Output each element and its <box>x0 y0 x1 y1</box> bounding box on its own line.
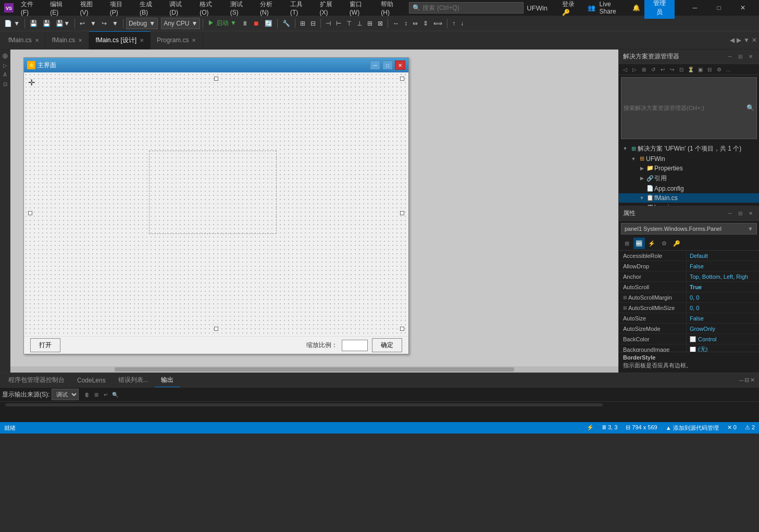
se-back-icon[interactable]: ◁ <box>621 65 629 73</box>
object-dropdown-icon[interactable]: ▼ <box>748 226 753 232</box>
undo-dropdown[interactable]: ▼ <box>88 19 98 28</box>
output-toggle-icon[interactable]: ⊞ <box>92 390 101 399</box>
save-all-button[interactable]: 💾 <box>28 19 40 28</box>
se-forward-icon[interactable]: ▷ <box>630 65 639 73</box>
props-more-btn[interactable]: 🔑 <box>671 238 682 249</box>
tab-close-2[interactable]: ✕ <box>78 38 82 43</box>
tab-scroll-left[interactable]: ◀ <box>730 36 735 44</box>
redo-dropdown[interactable]: ▼ <box>110 19 120 28</box>
prop-autosize-mode[interactable]: AutoSizeMode GrowOnly <box>619 324 759 334</box>
extra-toolbar-btn[interactable]: 🔧 <box>280 19 292 28</box>
se-search-input[interactable] <box>624 105 746 111</box>
toggle-fmain[interactable]: ▼ <box>638 195 646 201</box>
align-right[interactable]: ⊤ <box>344 19 354 28</box>
new-file-button[interactable]: 📄 ▼ <box>2 19 22 28</box>
redo-button[interactable]: ↪ <box>99 19 109 28</box>
stop-button[interactable]: ⏹ <box>251 19 262 28</box>
spacing-h[interactable]: ⇕ <box>421 19 430 28</box>
tab-dropdown[interactable]: ▼ <box>743 36 750 44</box>
tree-fmain[interactable]: ▼ 📋 fMain.cs <box>619 193 759 203</box>
h-scroll-thumb[interactable] <box>115 367 514 372</box>
output-scrollbar[interactable] <box>0 402 759 408</box>
output-scroll-thumb[interactable] <box>5 403 603 406</box>
align-center[interactable]: ⊢ <box>334 19 343 28</box>
prop-autoscroll[interactable]: AutoScroll True <box>619 282 759 292</box>
spacing-v[interactable]: ⟺ <box>431 19 444 28</box>
status-icon-git[interactable]: ⚡ <box>587 424 594 432</box>
open-button[interactable]: 打开 <box>30 338 60 352</box>
save-button[interactable]: 💾 <box>41 19 53 28</box>
size-equal[interactable]: ↔ <box>391 19 401 28</box>
status-add-source-control[interactable]: ▲ 添加到源代码管理 <box>666 424 719 432</box>
resize-handle-bottom-right[interactable] <box>400 327 404 331</box>
minimize-button[interactable]: ─ <box>683 0 707 16</box>
tree-appconfig[interactable]: 📄 App.config <box>619 184 759 193</box>
menu-debug[interactable]: 调试(D) <box>165 0 194 17</box>
se-pending-icon[interactable]: ⏳ <box>687 65 695 73</box>
props-alpha-btn[interactable]: 🔤 <box>633 238 645 249</box>
toggle-project[interactable]: ▼ <box>629 156 638 162</box>
send-back[interactable]: ↓ <box>458 19 466 28</box>
resize-handle-left[interactable] <box>28 211 32 215</box>
menu-edit[interactable]: 编辑(E) <box>46 0 74 17</box>
tab-error-list[interactable]: 错误列表... <box>112 374 155 387</box>
se-settings-icon[interactable]: ⚙ <box>715 65 723 73</box>
tab-close-1[interactable]: ✕ <box>35 38 39 43</box>
output-find-icon[interactable]: 🔍 <box>111 390 119 399</box>
menu-build[interactable]: 生成(B) <box>135 0 164 17</box>
prop-background-image[interactable]: BackgroundImage (无) <box>619 344 759 352</box>
notification-icon[interactable]: 🔔 <box>632 4 640 11</box>
tab-close-4[interactable]: ✕ <box>192 38 196 43</box>
live-share-button[interactable]: Live Share <box>600 1 628 15</box>
prop-allow-drop[interactable]: AllowDrop False <box>619 261 759 271</box>
output-clear-icon[interactable]: 🗑 <box>83 390 91 399</box>
resize-handle-bottom[interactable] <box>214 327 218 331</box>
align-left[interactable]: ⊣ <box>323 19 333 28</box>
undo-button[interactable]: ↩ <box>78 19 87 28</box>
prop-autoscroll-minsize[interactable]: ⊞AutoScrollMinSize 0, 0 <box>619 303 759 313</box>
menu-format[interactable]: 格式(O) <box>195 0 225 17</box>
tab-codelens[interactable]: CodeLens <box>71 375 112 386</box>
props-props-btn[interactable]: ⚡ <box>646 238 657 249</box>
toolbox-text-icon[interactable]: A <box>1 70 9 79</box>
platform-dropdown[interactable]: Any CPU ▼ <box>161 18 200 29</box>
menu-file[interactable]: 文件(F) <box>17 0 45 17</box>
props-events-btn[interactable]: ⚙ <box>658 238 670 249</box>
se-prev-nav-icon[interactable]: ↩ <box>658 65 667 73</box>
form-maximize-btn[interactable]: □ <box>382 60 393 70</box>
toolbox-cursor-icon[interactable]: ⊕ <box>1 52 9 60</box>
manage-button[interactable]: 管理员 <box>644 0 675 19</box>
se-properties-icon[interactable]: ⊞ <box>640 65 648 73</box>
resize-handle-top[interactable] <box>214 77 218 81</box>
se-pin-icon[interactable]: ─ <box>726 53 734 61</box>
panel-control[interactable] <box>149 151 277 234</box>
se-preview-icon[interactable]: ▣ <box>696 65 704 73</box>
toolbox-pointer-icon[interactable]: ▷ <box>1 61 9 69</box>
align-top[interactable]: ⊥ <box>355 19 364 28</box>
object-selector[interactable]: panel1 System.Windows.Forms.Panel ▼ <box>621 223 757 234</box>
resize-handle-top-right[interactable] <box>400 77 404 81</box>
toggle-solution[interactable]: ▼ <box>621 146 629 151</box>
tab-fmain-1[interactable]: fMain.cs ✕ <box>2 31 46 50</box>
menu-view[interactable]: 视图(V) <box>76 0 105 17</box>
align-bottom[interactable]: ⊠ <box>376 19 385 28</box>
form-close-btn[interactable]: ✕ <box>395 60 405 70</box>
tab-close-all[interactable]: ✕ <box>752 36 757 44</box>
layout-btn-1[interactable]: ⊞ <box>298 19 307 28</box>
tab-package-manager[interactable]: 程序包管理器控制台 <box>2 374 71 387</box>
props-pin-icon[interactable]: ─ <box>726 209 734 218</box>
tab-output[interactable]: 输出 <box>155 374 180 387</box>
output-close-icon[interactable]: ✕ <box>750 377 755 383</box>
menu-project[interactable]: 项目(P) <box>106 0 134 17</box>
se-close-icon[interactable]: ✕ <box>746 53 755 61</box>
prop-autosize[interactable]: AutoSize False <box>619 313 759 324</box>
align-middle[interactable]: ⊞ <box>365 19 375 28</box>
se-filter-icon[interactable]: ⊡ <box>677 65 686 73</box>
form-minimize-btn[interactable]: ─ <box>370 60 380 70</box>
tab-close-3[interactable]: ✕ <box>140 38 144 43</box>
output-wrap-icon[interactable]: ↵ <box>102 390 110 399</box>
tab-fmain-2[interactable]: fMain.cs ✕ <box>46 31 90 50</box>
form-body[interactable]: ✛ 打开 缩放比例： 确定 <box>24 72 408 354</box>
toggle-references[interactable]: ▶ <box>638 176 646 181</box>
tree-references[interactable]: ▶ 🔗 引用 <box>619 173 759 184</box>
